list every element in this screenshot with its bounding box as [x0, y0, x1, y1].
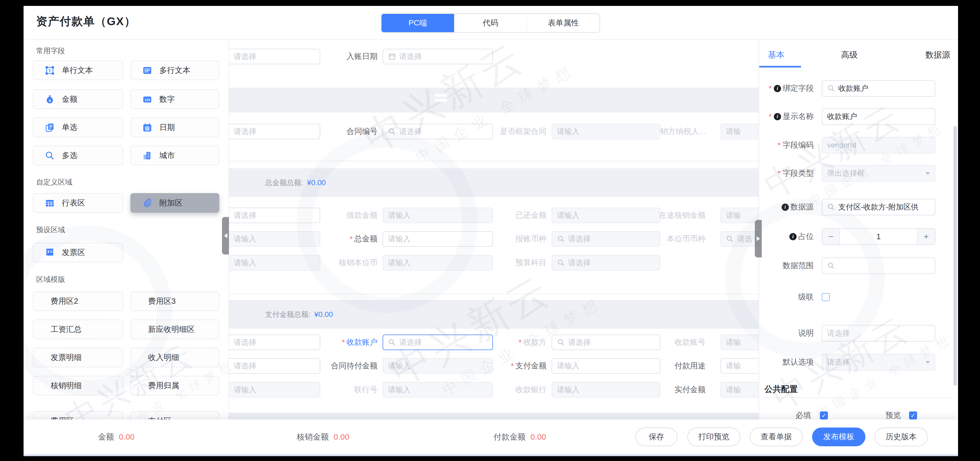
sidebar-item-template-3-9[interactable]: 支付区	[130, 411, 219, 420]
panel-tab-advanced[interactable]: 高级	[841, 49, 858, 61]
canvas-input-text[interactable]: 请输	[721, 335, 759, 350]
canvas-field-row: 请选择合同待付金额请输入*支付金额请输入付款用途请输	[229, 358, 759, 374]
sidebar-item-label: 城市	[159, 150, 175, 161]
view-tab-code[interactable]: 代码	[454, 14, 527, 32]
sidebar-item-multi-line-text[interactable]: 多行文本	[130, 61, 219, 80]
required-asterisk: *	[342, 338, 345, 347]
panel-field-row: i数据源支付区-收款方-附加区供	[759, 199, 958, 215]
stepper-minus-button[interactable]: −	[822, 229, 839, 244]
input-placeholder: 请选择	[399, 126, 422, 137]
sidebar-item-template-3-5[interactable]: 收入明细	[130, 348, 219, 367]
search-icon	[557, 338, 565, 346]
sidebar-item-template-3-3[interactable]: 新应收明细区	[130, 319, 219, 339]
horizontal-scrollbar[interactable]	[24, 454, 958, 456]
field-label: 是否框架合同	[466, 124, 547, 139]
sidebar-collapse-handle[interactable]	[222, 217, 229, 254]
panel-input-search[interactable]	[822, 257, 935, 274]
sidebar-item-template-3-2[interactable]: 工资汇总	[33, 319, 123, 339]
sidebar-item-template-3-4[interactable]: 发票明细	[33, 348, 123, 367]
sidebar-item-number[interactable]: 123数字	[130, 89, 219, 109]
input-placeholder: 请选择	[234, 126, 256, 137]
panel-expand-handle[interactable]	[755, 220, 762, 257]
canvas-input-search[interactable]: 请选择	[552, 255, 660, 271]
field-label: 核销本位币	[297, 255, 377, 271]
input-placeholder: 请选择	[234, 51, 256, 62]
cascade-checkbox[interactable]	[822, 293, 830, 301]
input-placeholder: 请选择	[568, 258, 591, 268]
panel-input-search[interactable]: 支付区-收款方-附加区供	[822, 199, 935, 215]
input-placeholder: 请输入	[234, 258, 256, 268]
field-label: 付款用途	[625, 358, 706, 374]
canvas-input-text[interactable]: 请输	[721, 124, 759, 139]
sidebar-item-label: 单行文本	[62, 65, 93, 76]
sidebar-item-paperclip[interactable]: 附加区	[130, 193, 219, 213]
field-label: 预算科目	[466, 255, 547, 271]
view-tab-pc[interactable]: PC端	[382, 14, 454, 32]
panel-tab-basic[interactable]: 基本	[768, 49, 784, 61]
stat-value: 0.00	[119, 432, 134, 442]
section-summary-bar: 支付金额总额:¥0.00	[229, 300, 759, 329]
panel-input-text[interactable]: 收款账户	[822, 108, 935, 125]
canvas-input-date[interactable]: 请选择	[383, 49, 493, 64]
input-placeholder: 请输入	[388, 210, 410, 220]
input-placeholder: 请输入	[388, 234, 410, 244]
required-asterisk: *	[769, 84, 772, 93]
canvas-input-text[interactable]: 请输	[721, 358, 759, 374]
sidebar-item-city[interactable]: 城市	[130, 146, 219, 165]
canvas: 请选择入账日期请选择请选择合同编号请选择是否框架合同请输入销方纳税人...请输总…	[229, 40, 759, 420]
summary-label: 支付金额总额:	[265, 309, 310, 319]
sidebar-item-row-table[interactable]: 行表区	[33, 193, 123, 213]
panel-input-select[interactable]: 弹出选择框	[822, 165, 935, 182]
multi-select-icon	[45, 150, 55, 161]
number-icon: 123	[142, 94, 152, 104]
sidebar-item-single-select[interactable]: 单选	[33, 118, 123, 137]
canvas-input-search[interactable]: 请选	[721, 231, 759, 247]
view-document-button[interactable]: 查看单据	[750, 428, 803, 446]
sidebar-item-template-3-1[interactable]: 费用区3	[130, 292, 219, 311]
summary-amount: ¥0.00	[314, 310, 333, 319]
input-placeholder: 请选择	[234, 361, 256, 371]
panel-input-text[interactable]: vendorId	[822, 137, 935, 153]
sidebar-item-multi-select[interactable]: 多选	[33, 146, 123, 165]
input-placeholder: 请选择	[568, 234, 591, 244]
single-select-icon	[45, 123, 55, 132]
print-preview-button[interactable]: 打印预览	[687, 428, 740, 446]
panel-input-text[interactable]: 请选择	[822, 325, 935, 341]
sidebar-item-template-3-6[interactable]: 核销明细	[33, 376, 123, 396]
sidebar-item-template-3-0[interactable]: 费用区2	[33, 292, 123, 311]
history-versions-button[interactable]: 历史版本	[875, 428, 928, 446]
save-button[interactable]: 保存	[635, 428, 678, 446]
sidebar-item-single-line-text[interactable]: T单行文本	[33, 61, 123, 80]
sidebar-item-invoice[interactable]: ¥发票区	[33, 243, 123, 262]
sidebar-item-template-3-8[interactable]: 费用区	[33, 411, 123, 420]
panel-tab-datasource[interactable]: 数据源	[925, 49, 950, 61]
section-drag-bar[interactable]	[229, 88, 759, 113]
sidebar-item-template-3-7[interactable]: 费用归属	[130, 376, 219, 396]
publish-template-button[interactable]: 发布模板	[812, 428, 865, 446]
canvas-input-text[interactable]: 请输	[721, 207, 759, 223]
field-label: 合同待付金额	[297, 358, 377, 374]
panel-scrollbar[interactable]	[953, 126, 957, 386]
input-placeholder: 请输	[726, 384, 741, 395]
svg-text:¥: ¥	[49, 99, 51, 103]
input-placeholder: 请输入	[388, 361, 410, 371]
input-placeholder: 请输	[726, 210, 741, 220]
field-label: 销方纳税人...	[625, 124, 706, 139]
input-placeholder: 请输	[726, 126, 741, 137]
placeholder-stepper[interactable]: −1+	[822, 228, 935, 245]
canvas-input-text[interactable]: 请输	[721, 382, 759, 397]
sidebar-item-date[interactable]: 日期	[130, 118, 219, 137]
view-tab-form-props[interactable]: 表单属性	[527, 14, 600, 32]
stepper-plus-button[interactable]: +	[918, 229, 935, 244]
input-placeholder: 请选择	[568, 337, 591, 348]
sidebar-item-amount[interactable]: ¥金额	[33, 89, 123, 109]
input-placeholder: 请输入	[234, 234, 256, 244]
preview-checkbox[interactable]: ✓	[909, 412, 917, 420]
stat-label: 核销金额	[297, 432, 329, 442]
panel-input-select[interactable]: 请选择	[822, 354, 935, 370]
panel-input-search[interactable]: 收款账户	[822, 80, 935, 97]
panel-field-label: 默认选项	[759, 354, 814, 370]
canvas-field-row: 请输入联行号请输入收款银行请输入实付金额请输	[229, 382, 759, 397]
required-checkbox[interactable]: ✓	[820, 412, 828, 420]
summary-amount: ¥0.00	[307, 179, 326, 187]
